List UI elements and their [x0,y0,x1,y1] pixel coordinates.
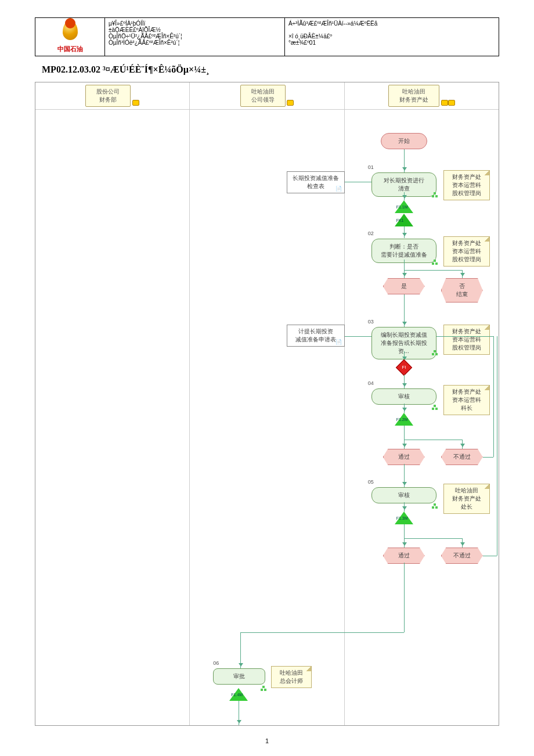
hdr-l2: ±àÖÆÈË£ºÀîÕÎÆ½ [109,27,281,33]
arrow-03b [404,375,405,388]
arrow-04b [404,426,405,449]
lane-label-3: 吐哈油田 财务资产处 [388,85,439,107]
arrow-04np [462,440,463,449]
loop-04-v [493,336,494,457]
fk1-tri: FK1 [395,214,413,226]
hdr-r2: ×î ó¸üÐÂÈ±¼ä£º [288,33,495,39]
arrow-05np [462,538,463,548]
num-03: 03 [368,319,374,325]
f13m-tri: F1.3M [395,512,413,524]
flow-diagram: 股份公司 财务部 吐哈油田 公司领导 吐哈油田 财务资产处 06 审批 吐哈油田… [35,82,499,726]
hdr-r3: °æ±¾£º01 [288,39,495,46]
hdr-l3: ÒµÎñÖ÷¹Ü²¿ÃÅ£º²ÆÎñ×Ê²ú´¦ [109,33,281,39]
arrow-05a [404,502,405,512]
petrochina-logo [59,20,82,44]
org-icon [432,260,438,264]
f12m-label: F1.2M [396,417,412,422]
hdr-left: µ¥Î»£ºÍÀ¹þÓÍÌï ±àÖÆÈË£ºÀîÕÎÆ½ ÒµÎñÖ÷¹Ü²¿… [105,18,285,56]
org-icon [432,350,438,355]
lane-1 [35,110,190,725]
conn-doc01 [345,182,371,182]
hex-yes-02: 是 [383,278,425,294]
lane-3: 开始 01 长期投资减值准备 检查表 对长期投资进行 清查 财务资产处 资本运营… [345,110,499,725]
people-icon [441,100,455,107]
f14m-label: F1.4M [231,693,246,697]
arrow-01a [404,192,405,200]
org-icon [432,405,438,409]
node-06-text: 审批 [233,673,245,679]
header-table: 中国石油 µ¥Î»£ºÍÀ¹þÓÍÌï ±àÖÆÈË£ºÀîÕÎÆ½ ÒµÎñÖ… [35,17,499,56]
conn-05-06-h [240,632,404,633]
f12m-tri: F1.2M [395,413,413,426]
loop-05-h1 [483,556,497,556]
f11m-label: F1.1M [396,205,412,209]
org-icon [432,503,438,508]
loop-04-h1 [483,457,493,458]
f14m-tri: F1.4M [229,688,248,701]
num-02: 02 [368,231,374,236]
hdr-r1: Á÷³ÌÃû³Æ£º²ÆÎñ¹ÜÀí--»á¼ÆºËËã [288,20,495,27]
arrow-02no [462,270,463,278]
hdr-l4: ÒµÎñ³ÌÓë²¿ÃÅ£º²ÆÎñ×Ê²ú´¦ [109,39,281,46]
page-number: 1 [35,737,499,744]
role-03: 财务资产处 资本运营科 股权管理岗 [443,325,490,355]
conn-05-06-v [404,563,405,632]
hdr-right: Á÷³ÌÃû³Æ£º²ÆÎñ¹ÜÀí--»á¼ÆºËËã ×î ó¸üÐÂÈ±¼… [284,18,499,56]
arrow-start [404,149,405,172]
num-04: 04 [368,380,374,386]
branch-04 [404,440,462,440]
hex-no-end: 否 结束 [441,278,483,303]
num-05: 05 [368,479,374,485]
loop-04-h2 [436,336,493,337]
hex-pass-05: 通过 [383,548,425,564]
arrow-05b [404,524,405,548]
lane-hd-3: 吐哈油田 财务资产处 [345,82,499,109]
fl-diamond: Fl [396,359,412,376]
role-04: 财务资产处 资本运营科 科长 [443,385,490,415]
lane-hd-1: 股份公司 财务部 [35,82,190,109]
branch-02 [404,270,462,271]
doc-01: 长期投资减值准备 检查表 [287,171,345,193]
node-05: 审核 [371,487,436,503]
fl-label: Fl [402,365,406,370]
num-01: 01 [368,164,374,170]
role-01: 财务资产处 资本运营科 股权管理岗 [443,170,490,200]
people-icon [132,100,139,107]
num-06: 06 [213,660,219,666]
node-04: 审核 [371,388,436,405]
arrow-pass04 [404,464,405,487]
logo-text: 中国石油 [39,45,101,53]
org-icon [261,686,266,690]
loop-05-v [497,336,497,556]
role-06: 吐哈油田 总会计师 [271,666,312,688]
arrow-01b [404,226,405,238]
people-icon [287,100,294,107]
doc-03: 计提长期投资 减值准备申请表 [287,325,345,347]
arrow-04a [404,404,405,413]
arrow-yes [404,294,405,327]
f11m-tri: F1.1M [395,200,413,213]
role-02: 财务资产处 资本运营科 股权管理岗 [443,236,490,267]
hex-nopass-05: 不通过 [441,548,483,564]
org-icon [432,192,438,197]
page-title: MP02.12.03.02 ³¤ÆÚ¹ÉÈ¨Í¶×Ê¼õÖµ×¼±¸ [35,56,499,80]
lane-2: 06 审批 吐哈油田 总会计师 F1.4M [190,110,344,725]
hex-pass-04: 通过 [383,449,425,465]
hdr-l1: µ¥Î»£ºÍÀ¹þÓÍÌï [109,20,281,27]
lane-label-2: 吐哈油田 公司领导 [240,85,286,107]
arrow-02 [404,260,405,278]
role-05: 吐哈油田 财务资产处 处长 [443,484,490,514]
hex-nopass-04: 不通过 [441,449,483,465]
branch-05 [404,538,462,539]
logo-cell: 中国石油 [35,18,105,56]
lane-hd-2: 吐哈油田 公司领导 [190,82,344,109]
node-06: 审批 [213,668,265,685]
lane-label-1: 股份公司 财务部 [85,85,131,107]
f13m-label: F1.3M [396,516,412,520]
conn-doc03 [345,336,371,337]
start-node: 开始 [381,133,427,149]
fk1-label: FK1 [396,218,412,222]
conn-05-06-down [240,632,241,668]
arrow-after-06 [239,701,239,725]
